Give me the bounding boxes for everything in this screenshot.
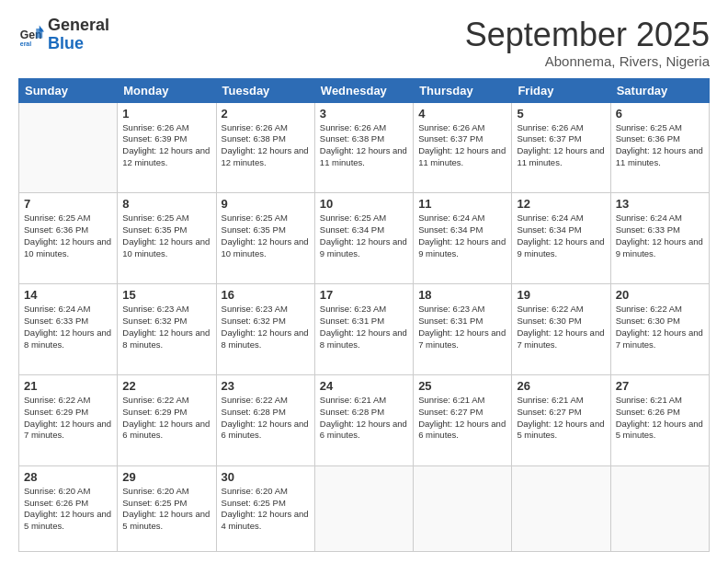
table-row: 28Sunrise: 6:20 AM Sunset: 6:26 PM Dayli… [19,465,118,551]
svg-marker-3 [40,25,44,31]
table-row: 29Sunrise: 6:20 AM Sunset: 6:25 PM Dayli… [118,465,216,551]
day-number: 13 [616,197,704,211]
table-row: 20Sunrise: 6:22 AM Sunset: 6:30 PM Dayli… [610,284,709,375]
day-number: 25 [418,379,506,393]
col-saturday: Saturday [610,78,709,102]
day-number: 4 [418,107,506,121]
table-row: 19Sunrise: 6:22 AM Sunset: 6:30 PM Dayli… [512,284,610,375]
day-info: Sunrise: 6:25 AM Sunset: 6:36 PM Dayligh… [616,122,704,169]
day-number: 12 [517,197,605,211]
table-row: 26Sunrise: 6:21 AM Sunset: 6:27 PM Dayli… [512,375,610,466]
table-row: 15Sunrise: 6:23 AM Sunset: 6:32 PM Dayli… [118,284,216,375]
header: Gen eral General Blue September 2025 Abo… [18,17,710,69]
day-number: 5 [517,107,605,121]
day-number: 17 [320,288,408,302]
day-info: Sunrise: 6:22 AM Sunset: 6:30 PM Dayligh… [616,304,704,350]
day-info: Sunrise: 6:25 AM Sunset: 6:35 PM Dayligh… [222,213,310,259]
day-info: Sunrise: 6:21 AM Sunset: 6:27 PM Dayligh… [418,395,506,442]
day-number: 10 [320,197,408,211]
day-number: 27 [616,379,704,393]
col-thursday: Thursday [414,78,512,102]
table-row: 8Sunrise: 6:25 AM Sunset: 6:35 PM Daylig… [118,193,216,284]
day-number: 23 [222,379,310,393]
day-info: Sunrise: 6:24 AM Sunset: 6:34 PM Dayligh… [418,213,506,259]
day-info: Sunrise: 6:25 AM Sunset: 6:34 PM Dayligh… [320,213,408,259]
table-row: 4Sunrise: 6:26 AM Sunset: 6:37 PM Daylig… [414,102,512,193]
day-info: Sunrise: 6:24 AM Sunset: 6:34 PM Dayligh… [517,213,605,259]
table-row: 16Sunrise: 6:23 AM Sunset: 6:32 PM Dayli… [216,284,314,375]
table-row [512,465,610,551]
day-number: 1 [122,107,210,121]
day-info: Sunrise: 6:22 AM Sunset: 6:29 PM Dayligh… [24,395,112,442]
col-friday: Friday [512,78,610,102]
day-info: Sunrise: 6:26 AM Sunset: 6:38 PM Dayligh… [320,122,408,169]
location-subtitle: Abonnema, Rivers, Nigeria [465,53,710,69]
day-number: 15 [122,288,210,302]
table-row: 13Sunrise: 6:24 AM Sunset: 6:33 PM Dayli… [610,193,709,284]
day-info: Sunrise: 6:23 AM Sunset: 6:32 PM Dayligh… [122,304,210,350]
day-number: 19 [517,288,605,302]
calendar-week-row: 7Sunrise: 6:25 AM Sunset: 6:36 PM Daylig… [19,193,710,284]
table-row [19,102,118,193]
table-row: 7Sunrise: 6:25 AM Sunset: 6:36 PM Daylig… [19,193,118,284]
day-info: Sunrise: 6:24 AM Sunset: 6:33 PM Dayligh… [616,213,704,259]
col-wednesday: Wednesday [314,78,413,102]
table-row: 11Sunrise: 6:24 AM Sunset: 6:34 PM Dayli… [414,193,512,284]
logo: Gen eral General Blue [18,17,109,53]
title-area: September 2025 Abonnema, Rivers, Nigeria [465,17,710,69]
table-row [414,465,512,551]
day-info: Sunrise: 6:21 AM Sunset: 6:27 PM Dayligh… [517,395,605,442]
day-info: Sunrise: 6:20 AM Sunset: 6:25 PM Dayligh… [222,486,310,533]
day-info: Sunrise: 6:23 AM Sunset: 6:31 PM Dayligh… [418,304,506,350]
day-info: Sunrise: 6:26 AM Sunset: 6:37 PM Dayligh… [418,122,506,169]
table-row: 17Sunrise: 6:23 AM Sunset: 6:31 PM Dayli… [314,284,413,375]
svg-text:eral: eral [20,40,32,47]
calendar-header-row: Sunday Monday Tuesday Wednesday Thursday… [19,78,710,102]
table-row: 25Sunrise: 6:21 AM Sunset: 6:27 PM Dayli… [414,375,512,466]
day-info: Sunrise: 6:25 AM Sunset: 6:35 PM Dayligh… [122,213,210,259]
day-info: Sunrise: 6:21 AM Sunset: 6:26 PM Dayligh… [616,395,704,442]
logo-general-text: General [48,17,109,35]
day-number: 11 [418,197,506,211]
day-number: 2 [222,107,310,121]
day-info: Sunrise: 6:22 AM Sunset: 6:28 PM Dayligh… [222,395,310,442]
calendar-week-row: 14Sunrise: 6:24 AM Sunset: 6:33 PM Dayli… [19,284,710,375]
table-row: 21Sunrise: 6:22 AM Sunset: 6:29 PM Dayli… [19,375,118,466]
day-number: 7 [24,197,112,211]
day-number: 14 [24,288,112,302]
day-number: 26 [517,379,605,393]
table-row: 23Sunrise: 6:22 AM Sunset: 6:28 PM Dayli… [216,375,314,466]
col-monday: Monday [118,78,216,102]
table-row: 10Sunrise: 6:25 AM Sunset: 6:34 PM Dayli… [314,193,413,284]
day-number: 20 [616,288,704,302]
day-info: Sunrise: 6:26 AM Sunset: 6:37 PM Dayligh… [517,122,605,169]
table-row: 12Sunrise: 6:24 AM Sunset: 6:34 PM Dayli… [512,193,610,284]
table-row [314,465,413,551]
day-number: 6 [616,107,704,121]
day-number: 28 [24,470,112,484]
calendar-week-row: 21Sunrise: 6:22 AM Sunset: 6:29 PM Dayli… [19,375,710,466]
day-number: 30 [222,470,310,484]
table-row: 14Sunrise: 6:24 AM Sunset: 6:33 PM Dayli… [19,284,118,375]
calendar-week-row: 28Sunrise: 6:20 AM Sunset: 6:26 PM Dayli… [19,465,710,551]
day-info: Sunrise: 6:20 AM Sunset: 6:26 PM Dayligh… [24,486,112,533]
table-row: 24Sunrise: 6:21 AM Sunset: 6:28 PM Dayli… [314,375,413,466]
table-row: 22Sunrise: 6:22 AM Sunset: 6:29 PM Dayli… [118,375,216,466]
table-row: 27Sunrise: 6:21 AM Sunset: 6:26 PM Dayli… [610,375,709,466]
day-info: Sunrise: 6:20 AM Sunset: 6:25 PM Dayligh… [122,486,210,533]
table-row: 3Sunrise: 6:26 AM Sunset: 6:38 PM Daylig… [314,102,413,193]
table-row [610,465,709,551]
month-title: September 2025 [465,17,710,53]
table-row: 2Sunrise: 6:26 AM Sunset: 6:38 PM Daylig… [216,102,314,193]
table-row: 6Sunrise: 6:25 AM Sunset: 6:36 PM Daylig… [610,102,709,193]
table-row: 1Sunrise: 6:26 AM Sunset: 6:39 PM Daylig… [118,102,216,193]
day-info: Sunrise: 6:23 AM Sunset: 6:31 PM Dayligh… [320,304,408,350]
calendar-week-row: 1Sunrise: 6:26 AM Sunset: 6:39 PM Daylig… [19,102,710,193]
day-number: 21 [24,379,112,393]
day-number: 9 [222,197,310,211]
logo-blue-text: Blue [48,35,109,53]
table-row: 9Sunrise: 6:25 AM Sunset: 6:35 PM Daylig… [216,193,314,284]
day-info: Sunrise: 6:26 AM Sunset: 6:38 PM Dayligh… [222,122,310,169]
table-row: 18Sunrise: 6:23 AM Sunset: 6:31 PM Dayli… [414,284,512,375]
day-number: 3 [320,107,408,121]
